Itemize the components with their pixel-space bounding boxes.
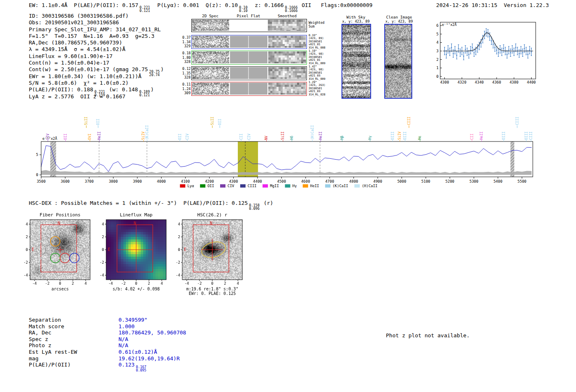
text-segment: Cont(n) = 1.50(±0.04)e-17	[29, 60, 109, 66]
text-segment: Cont(w) = 2.50(±0.01)e-17 (gmag 20.75	[29, 66, 148, 72]
text: EWr: 0. PLAE: 0.125	[189, 291, 236, 296]
text-segment: 1.000	[118, 323, 135, 329]
text-segment: LineFlux = 9.60(±1.90)e-17	[29, 53, 113, 59]
text: 4400	[253, 179, 262, 183]
text-segment: Primary Spec_Slot_IFU_AMP: 314_027_011_R…	[29, 26, 161, 32]
text: (K)CaII	[332, 184, 348, 188]
match-row: RA, Dec180.786429, 50.960708	[29, 329, 186, 336]
extraction-box	[193, 225, 229, 272]
text: 0	[211, 281, 213, 285]
text: OVI	[88, 134, 92, 140]
sup-sub-stack: 0.16660.1666	[285, 6, 298, 13]
rect	[180, 184, 185, 188]
text: 2	[102, 235, 104, 239]
circle	[513, 51, 514, 52]
circle	[65, 228, 74, 238]
text: Hγ	[368, 136, 372, 140]
circle	[55, 228, 65, 238]
text: 4700	[325, 179, 334, 183]
match-row: Separation0.349599"	[29, 317, 186, 323]
span: 0.121	[139, 9, 150, 13]
text: CIII	[529, 132, 533, 140]
text: 4000	[157, 179, 166, 183]
text-segment: (r)	[260, 200, 273, 206]
label-line: Sum	[309, 25, 325, 28]
text: -4	[32, 281, 37, 285]
text: CIV	[228, 184, 235, 188]
circle	[498, 52, 499, 53]
text: 2	[72, 281, 74, 285]
circle	[41, 237, 50, 246]
timestamp-version: 2024-12-26 10:31:15 Version 1.22.3	[436, 2, 549, 9]
match-row: Match score1.000	[29, 323, 186, 330]
clean-image-title: Clean Image	[372, 15, 426, 19]
info-line: Cont(w) = 2.50(±0.01)e-17 (gmag 20.7520.…	[29, 66, 164, 73]
row-pixelflat-image	[230, 51, 267, 63]
text-segment: HSC-DEX : Possible Matches = 1 (within +…	[29, 200, 248, 206]
match-row: P(LAE)/P(OII)0.1230.1670.095	[29, 362, 186, 368]
full-spectrum-plot: 3500360037003800390040004100420043004400…	[23, 108, 541, 193]
text: OIII	[502, 132, 506, 140]
annotation-line: 314_RL_028	[309, 93, 337, 96]
text: m:19.6 re:1.8" s:0.3"	[186, 287, 238, 291]
text-segment: P(Lyα): 0.001 Q(z): 0.10	[151, 2, 238, 8]
text: HeII	[310, 184, 319, 188]
circle	[46, 245, 55, 254]
text: SiII	[281, 132, 285, 140]
text-segment: (w: 0.148	[106, 86, 138, 93]
masked-band	[511, 141, 514, 177]
weighted-sum-strip	[191, 19, 307, 32]
text: CIII	[407, 117, 411, 125]
spec2d-row-strip	[191, 66, 307, 80]
circle	[453, 53, 453, 54]
rect	[220, 184, 225, 188]
text-segment: z: 0.1666	[249, 2, 284, 8]
elixer-report-page: EW: 1.1±0.4Å P(LAE)/P(OII): 0.1570.2210.…	[0, 0, 576, 392]
circle	[65, 245, 74, 254]
text-segment: 0.123	[118, 362, 135, 368]
text: -4	[176, 273, 180, 277]
clean-image-subtitle: x, y: 423, 89	[372, 19, 426, 23]
compass-east-label: E	[108, 247, 110, 252]
circle	[520, 50, 521, 51]
circle	[474, 52, 474, 53]
spec2d-col-header: Pixel Flat	[230, 14, 267, 18]
spec2d-row-strip	[191, 82, 307, 96]
circle	[503, 48, 504, 49]
circle	[468, 54, 469, 55]
text: -2	[45, 281, 50, 285]
selected-fiber-circle	[70, 253, 79, 263]
text: 0	[178, 248, 180, 252]
row-pixelflat-image	[230, 83, 267, 95]
text: 5	[437, 32, 439, 36]
circle	[495, 47, 495, 48]
circle	[510, 52, 511, 53]
spec2d-col-header: Smoothed	[269, 14, 306, 18]
circle	[522, 52, 523, 53]
text-segment: LyA z = 2.5776 OII z = 0.1667	[29, 93, 125, 100]
text: 3600	[61, 179, 70, 183]
selected-fiber-circle	[60, 253, 70, 263]
match-label: mag	[29, 355, 118, 362]
data-points-errorbars	[444, 28, 532, 60]
info-line: ID: 3003196586 (3003196586.pdf)	[29, 13, 164, 19]
circle	[458, 48, 459, 49]
text: 5300	[469, 179, 478, 183]
row-pixelflat-image	[230, 36, 267, 48]
span: 0.1666	[285, 9, 298, 13]
circle	[55, 262, 65, 271]
text: 4	[102, 222, 104, 226]
text: CIV	[247, 134, 251, 140]
compass-east-label: E	[184, 247, 186, 252]
text-segment: P(LAE)/P(OII): 0.188	[29, 86, 93, 93]
circle	[491, 40, 492, 41]
sup-sub-stack: 0.1580.096	[249, 204, 260, 211]
cutout-panel-2: HSC(26.2) r-4-4-2-2002244NEm:19.6 re:1.8…	[167, 211, 247, 298]
rect	[354, 184, 360, 188]
text: e⁻¹⁷x2Å	[42, 136, 57, 141]
noise-band	[41, 170, 532, 175]
circle	[74, 245, 84, 254]
text-segment: OII Flags:0x00000009	[298, 2, 372, 8]
text: 3900	[133, 179, 142, 183]
text: OIII	[524, 132, 528, 140]
